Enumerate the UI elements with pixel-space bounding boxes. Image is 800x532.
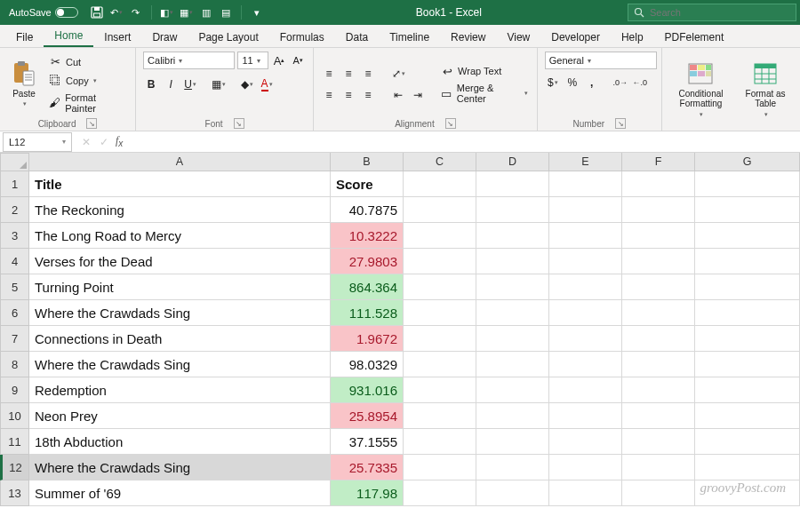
tab-home[interactable]: Home: [44, 25, 93, 47]
row-header[interactable]: 3: [0, 223, 29, 249]
undo-icon[interactable]: ↶▾: [110, 6, 123, 19]
tab-developer[interactable]: Developer: [540, 27, 611, 47]
cell[interactable]: [404, 274, 476, 300]
column-header[interactable]: D: [476, 153, 549, 171]
cell[interactable]: [622, 197, 695, 223]
cell[interactable]: [695, 403, 800, 429]
cell[interactable]: 25.8954: [331, 403, 404, 429]
wrap-text-button[interactable]: ↩Wrap Text: [438, 63, 530, 79]
cell[interactable]: [695, 300, 800, 326]
cell[interactable]: [404, 480, 476, 506]
cell[interactable]: 10.3222: [331, 223, 404, 249]
row-header[interactable]: 2: [0, 197, 29, 223]
qat-button[interactable]: ▦▾: [180, 6, 193, 19]
cell[interactable]: [476, 223, 549, 249]
cell[interactable]: [476, 171, 549, 197]
cell[interactable]: [695, 455, 800, 480]
cell[interactable]: [476, 455, 549, 480]
tab-draw[interactable]: Draw: [141, 27, 188, 47]
cell[interactable]: [622, 223, 695, 249]
align-middle-icon[interactable]: ≡: [340, 66, 356, 82]
cell[interactable]: 18th Abduction: [29, 429, 331, 455]
cell[interactable]: [404, 223, 476, 249]
dialog-launcher-icon[interactable]: ↘: [615, 118, 626, 129]
row-header[interactable]: 5: [0, 274, 29, 300]
cell[interactable]: [476, 274, 549, 300]
cell[interactable]: [476, 429, 549, 455]
row-header[interactable]: 4: [0, 249, 29, 274]
cell[interactable]: [622, 300, 695, 326]
search-box[interactable]: [628, 4, 796, 21]
conditional-formatting-button[interactable]: Conditional Formatting▾: [669, 52, 732, 127]
autosave-toggle[interactable]: AutoSave: [4, 7, 84, 18]
row-header[interactable]: 8: [0, 352, 29, 377]
underline-button[interactable]: U▾: [182, 76, 198, 92]
cell[interactable]: [622, 455, 695, 480]
increase-decimal-icon[interactable]: .0→: [612, 75, 628, 91]
tab-insert[interactable]: Insert: [93, 27, 141, 47]
cell[interactable]: [404, 352, 476, 377]
save-icon[interactable]: [91, 6, 103, 19]
merge-center-button[interactable]: ▭Merge & Center▾: [438, 82, 530, 105]
align-top-icon[interactable]: ≡: [321, 66, 337, 82]
cell[interactable]: [476, 377, 549, 403]
cell[interactable]: [622, 274, 695, 300]
cell[interactable]: [404, 171, 476, 197]
formula-input[interactable]: [128, 131, 800, 152]
cell[interactable]: Title: [29, 171, 331, 197]
number-format-combo[interactable]: General▾: [545, 52, 657, 69]
cell[interactable]: [404, 377, 476, 403]
row-header[interactable]: 11: [0, 429, 29, 455]
cell[interactable]: [622, 249, 695, 274]
cell[interactable]: Where the Crawdads Sing: [29, 300, 331, 326]
chevron-down-icon[interactable]: ▾: [524, 90, 528, 97]
cut-button[interactable]: ✂Cut: [46, 54, 128, 70]
cell[interactable]: Where the Crawdads Sing: [29, 455, 331, 480]
bold-button[interactable]: B: [143, 76, 159, 92]
comma-button[interactable]: ,: [584, 75, 600, 91]
percent-button[interactable]: %: [564, 75, 580, 91]
toggle-off-icon[interactable]: [55, 7, 78, 18]
cell[interactable]: [695, 171, 800, 197]
chevron-down-icon[interactable]: ▾: [62, 138, 66, 146]
cell[interactable]: Verses for the Dead: [29, 249, 331, 274]
select-all-corner[interactable]: [0, 153, 29, 171]
cell[interactable]: [549, 403, 622, 429]
cell[interactable]: [549, 455, 622, 480]
align-left-icon[interactable]: ≡: [321, 87, 337, 103]
tab-data[interactable]: Data: [335, 27, 379, 47]
column-header[interactable]: G: [695, 153, 800, 171]
cell[interactable]: [404, 326, 476, 352]
cell[interactable]: Where the Crawdads Sing: [29, 352, 331, 377]
cell[interactable]: [695, 223, 800, 249]
align-bottom-icon[interactable]: ≡: [360, 66, 376, 82]
cell[interactable]: [549, 300, 622, 326]
chevron-down-icon[interactable]: ▾: [119, 9, 123, 16]
cell[interactable]: 27.9803: [331, 249, 404, 274]
cell[interactable]: [476, 326, 549, 352]
cell[interactable]: [476, 403, 549, 429]
cell[interactable]: [695, 352, 800, 377]
column-header[interactable]: B: [331, 153, 404, 171]
decrease-decimal-icon[interactable]: ←.0: [632, 75, 648, 91]
cell[interactable]: [695, 197, 800, 223]
cell[interactable]: [549, 249, 622, 274]
cell[interactable]: Turning Point: [29, 274, 331, 300]
tab-review[interactable]: Review: [440, 27, 496, 47]
cell[interactable]: [622, 403, 695, 429]
decrease-font-icon[interactable]: A▾: [290, 52, 306, 68]
format-as-table-button[interactable]: Format as Table▾: [738, 52, 793, 127]
align-right-icon[interactable]: ≡: [360, 87, 376, 103]
cell[interactable]: [404, 300, 476, 326]
cell[interactable]: [695, 249, 800, 274]
cell[interactable]: [476, 197, 549, 223]
column-header[interactable]: F: [622, 153, 695, 171]
cell[interactable]: [695, 274, 800, 300]
font-color-button[interactable]: A▾: [259, 76, 275, 92]
cell[interactable]: [549, 377, 622, 403]
cell[interactable]: [404, 403, 476, 429]
cancel-icon[interactable]: ✕: [78, 136, 94, 148]
chevron-down-icon[interactable]: ▾: [588, 57, 591, 65]
row-header[interactable]: 13: [0, 480, 29, 506]
cell[interactable]: 864.364: [331, 274, 404, 300]
